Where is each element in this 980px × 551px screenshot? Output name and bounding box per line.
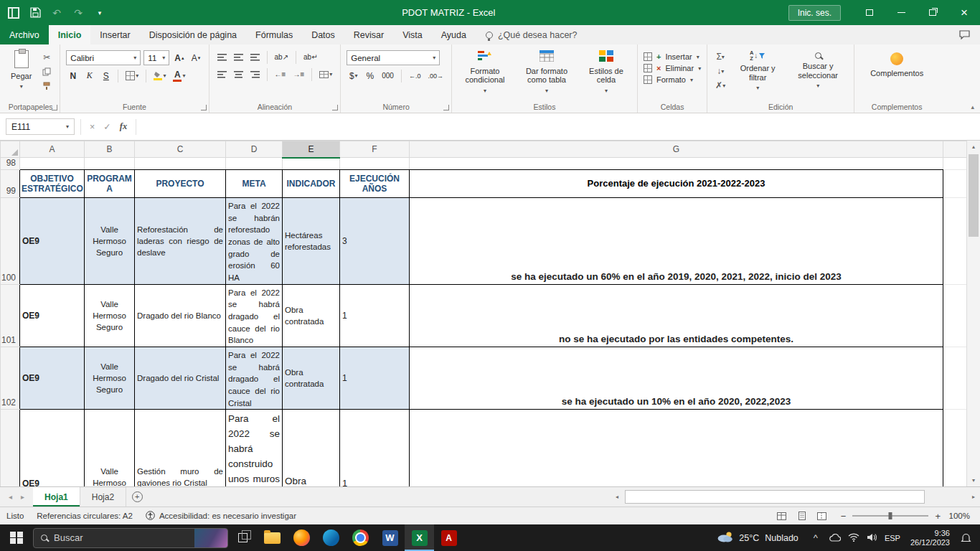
sheet-nav-left-icon[interactable]: ◂ [9,493,12,501]
cell[interactable]: EJECUCIÓN AÑOS [340,170,410,198]
copy-icon[interactable] [39,66,54,77]
conditional-formatting-button[interactable]: Formato condicional▾ [458,48,512,96]
close-button[interactable]: × [948,0,980,25]
cell[interactable] [410,410,943,486]
cell[interactable]: Valle Hermoso Seguro [85,198,135,285]
decrease-indent-icon[interactable]: ←≡ [273,67,288,81]
cell[interactable]: OE9 [20,347,85,410]
cell[interactable]: Dragado del rio Blanco [135,284,226,347]
align-top-icon[interactable] [215,50,229,64]
borders-icon[interactable]: ▾ [123,69,141,83]
cell[interactable]: Obra contratada [283,284,340,347]
cell[interactable]: 1 [340,284,410,347]
delete-cells-button[interactable]: ×Eliminar▾ [644,64,701,72]
redo-icon[interactable]: ↷ [69,4,88,22]
tell-me-search[interactable]: ¿Qué desea hacer? [476,25,588,44]
cell[interactable] [943,347,967,410]
acrobat-button[interactable]: A [434,524,463,551]
cell[interactable] [943,198,967,285]
search-highlight-image[interactable] [194,529,227,547]
increase-decimal-icon[interactable]: ←.0 [407,69,423,83]
start-button[interactable] [0,524,33,551]
cell[interactable]: 3 [340,198,410,285]
column-header-f[interactable]: F [340,141,410,158]
increase-font-icon[interactable]: A▴ [172,51,186,65]
cell[interactable] [943,158,967,170]
accessibility-status[interactable]: Accesibilidad: es necesario investigar [139,511,303,522]
tab-datos[interactable]: Datos [302,25,344,44]
cell[interactable]: Reforestación de laderas con riesgo de d… [135,198,226,285]
dialog-launcher-icon[interactable] [52,105,57,110]
name-box[interactable]: E111▾ [6,118,75,135]
customize-qat-icon[interactable]: ▾ [90,4,109,22]
addins-button[interactable]: Complementos [860,48,933,83]
tab-revisar[interactable]: Revisar [344,25,393,44]
zoom-slider[interactable] [852,515,928,517]
row-header-102[interactable]: 102 [1,347,20,410]
insert-cells-button[interactable]: +Insertar▾ [644,52,701,61]
tab-archivo[interactable]: Archivo [0,25,49,44]
cell[interactable]: OBJETIVO ESTRATÉGICO [20,170,85,198]
scroll-left-icon[interactable]: ◂ [611,494,623,500]
cell[interactable]: OE9 [20,284,85,347]
underline-button[interactable]: S [99,69,113,83]
cell[interactable]: Valle Hermoso Seguro [85,347,135,410]
column-header-a[interactable]: A [20,141,85,158]
circular-references-status[interactable]: Referencias circulares: A2 [30,512,139,520]
row-header-103[interactable] [1,410,20,486]
cell[interactable] [340,158,410,170]
decrease-font-icon[interactable]: A▾ [189,51,203,65]
normal-view-icon[interactable] [773,509,791,523]
cell[interactable]: Valle Hermoso [85,410,135,486]
number-format-select[interactable]: General▾ [347,50,440,65]
cell[interactable] [226,158,283,170]
select-all-corner[interactable] [1,141,20,158]
ribbon-display-options-icon[interactable] [854,0,885,25]
weather-widget[interactable]: 25°C Nublado [709,531,807,545]
cell[interactable]: 1 [340,410,410,486]
align-middle-icon[interactable] [232,50,245,64]
cell[interactable]: OE9 [20,410,85,486]
sheet-tab-hoja1[interactable]: Hoja1 [33,487,80,507]
cell[interactable]: Porcentaje de ejecución 2021-2022-2023 [410,170,943,198]
cell[interactable]: PROYECTO [135,170,226,198]
dialog-launcher-icon[interactable] [443,105,449,110]
cut-icon[interactable]: ✂ [39,52,54,63]
cell[interactable]: Para el 2022 se habrá construido unos mu… [226,410,283,486]
cell[interactable]: Gestión muro de gaviones rio Cristal [135,410,226,486]
firefox-button[interactable] [287,524,316,551]
cell[interactable]: Para el 2022 se habrá dragado el cauce d… [226,347,283,410]
sort-filter-button[interactable]: AZ↓ Ordenar y filtrar▾ [732,48,783,93]
tab-insertar[interactable]: Insertar [90,25,139,44]
font-color-icon[interactable]: A▾ [171,69,187,83]
word-button[interactable]: W [375,524,405,551]
wifi-icon[interactable] [848,532,859,545]
cell[interactable] [20,158,85,170]
format-cells-button[interactable]: Formato▾ [644,75,701,84]
notification-bell-icon[interactable] [956,532,980,543]
page-break-view-icon[interactable] [814,509,831,523]
horizontal-scrollbar-thumb[interactable] [625,490,925,504]
fill-icon[interactable]: ↓▾ [713,65,727,77]
percent-icon[interactable]: % [363,69,377,83]
formula-input[interactable] [142,118,974,136]
row-header-101[interactable]: 101 [1,284,20,347]
font-size-select[interactable]: 11▾ [143,50,169,65]
language-indicator[interactable]: ESP [881,534,904,542]
cell[interactable] [135,158,226,170]
cell[interactable]: OE9 [20,198,85,285]
wrap-text-icon[interactable]: ab↵ [301,50,320,64]
decrease-decimal-icon[interactable]: .00→ [425,69,446,83]
zoom-out-icon[interactable]: − [841,511,847,522]
tab-formulas[interactable]: Fórmulas [246,25,302,44]
cell[interactable]: Valle Hermoso Seguro [85,284,135,347]
align-bottom-icon[interactable] [248,50,262,64]
merge-center-icon[interactable]: ▾ [317,67,334,81]
clear-icon[interactable]: ✗▾ [713,80,727,91]
column-header-e-selected[interactable]: E [283,141,340,158]
cell[interactable] [943,284,967,347]
cell[interactable]: 1 [340,347,410,410]
cell[interactable]: Para el 2022 se habrán reforestado zonas… [226,198,283,285]
cell[interactable] [943,170,967,198]
cell[interactable]: se ha ejecutado un 10% en el año 2020, 2… [410,347,943,410]
